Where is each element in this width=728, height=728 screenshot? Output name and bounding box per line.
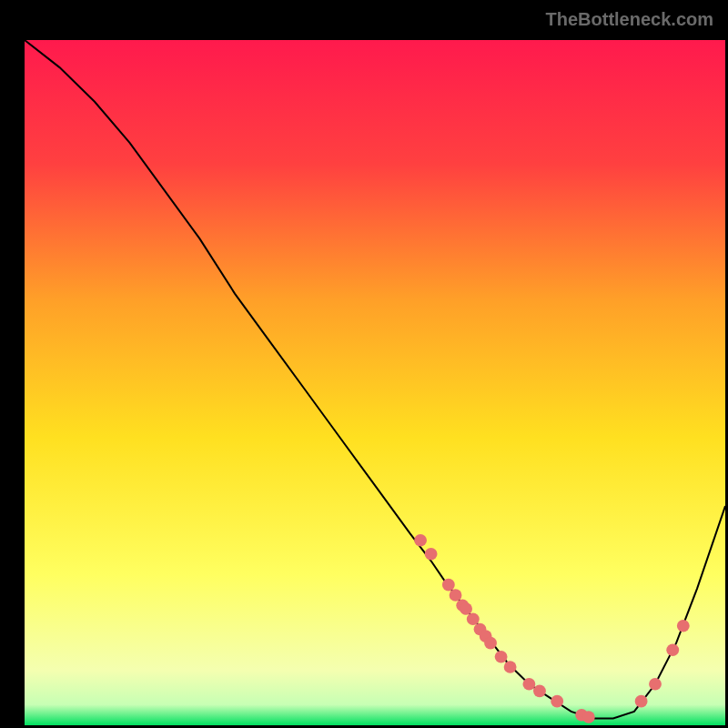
data-dot [504,661,517,673]
data-dot [414,534,427,547]
chart-frame [11,11,717,717]
data-dot [495,651,508,663]
data-dot [467,613,480,626]
data-dot [666,643,679,656]
data-dot [484,637,497,650]
data-dot [635,695,648,708]
data-dot [522,678,535,691]
plot-area [25,40,725,725]
watermark-text: TheBottleneck.com [546,9,713,30]
data-dot [450,589,462,602]
data-dot [582,711,595,723]
data-dot [649,678,662,691]
data-dot [533,685,546,698]
data-dot [425,548,438,561]
data-dot [460,602,472,615]
data-dot [551,695,563,708]
bottleneck-curve [25,40,725,725]
data-dot [677,620,690,632]
data-dot [442,579,455,592]
